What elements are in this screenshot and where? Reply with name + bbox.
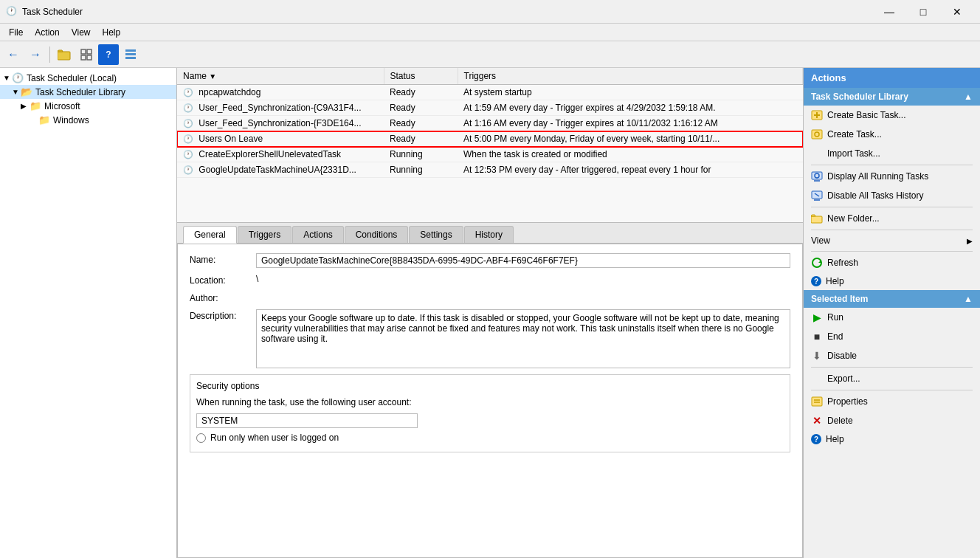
tree-label-windows: Windows [53, 115, 89, 125]
tab-conditions[interactable]: Conditions [345, 226, 409, 243]
action-section-selected[interactable]: Selected Item ▲ [804, 290, 980, 308]
task-status-cell: Ready [384, 100, 458, 116]
table-row[interactable]: 🕐 Users On Leave Ready At 5:00 PM every … [177, 131, 803, 147]
action-export[interactable]: Export... [804, 369, 980, 388]
table-row[interactable]: 🕐 User_Feed_Synchronization-{F3DE164... … [177, 116, 803, 131]
action-disable[interactable]: ⬇ Disable [804, 346, 980, 365]
table-row[interactable]: 🕐 npcapwatchdog Ready At system startup [177, 85, 803, 100]
field-row-author: Author: [190, 292, 790, 303]
field-row-name: Name: [190, 253, 790, 268]
windows-icon: 📁 [38, 114, 50, 125]
run-icon: ▶ [811, 311, 823, 323]
action-delete[interactable]: ✕ Delete [804, 411, 980, 430]
minimize-button[interactable]: — [872, 0, 906, 24]
tabs-bar: General Triggers Actions Conditions Sett… [177, 223, 803, 244]
location-label: Location: [190, 274, 256, 286]
task-triggers-cell: At 1:16 AM every day - Trigger expires a… [458, 116, 803, 131]
menu-file[interactable]: File [3, 26, 29, 39]
svg-rect-2 [87, 49, 92, 54]
tree-item-microsoft[interactable]: ▶ 📁 Microsoft [0, 99, 176, 113]
task-triggers-cell: At 5:00 PM every Monday, Friday of every… [458, 131, 803, 147]
description-label: Description: [190, 309, 256, 321]
task-name-value: User_Feed_Synchronization-{C9A31F4... [199, 103, 361, 113]
tab-history[interactable]: History [464, 226, 514, 243]
action-disable-label: Disable [827, 351, 857, 361]
tab-actions[interactable]: Actions [292, 226, 343, 243]
maximize-button[interactable]: □ [906, 0, 940, 24]
tab-general[interactable]: General [183, 226, 237, 244]
table-row[interactable]: 🕐 User_Feed_Synchronization-{C9A31F4... … [177, 100, 803, 116]
back-button[interactable]: ← [3, 44, 24, 65]
create-task-icon [811, 128, 823, 140]
radio-logged-on[interactable] [196, 433, 206, 443]
action-run[interactable]: ▶ Run [804, 308, 980, 327]
svg-rect-6 [125, 53, 136, 55]
action-help-selected[interactable]: ? Help [804, 430, 980, 448]
col-name[interactable]: Name ▼ [177, 68, 384, 85]
action-sep-3 [811, 230, 973, 230]
tree-item-local[interactable]: ▼ 🕐 Task Scheduler (Local) [0, 71, 176, 85]
action-properties[interactable]: Properties [804, 392, 980, 411]
task-name-cell: 🕐 npcapwatchdog [177, 85, 384, 100]
action-section-library-items: Create Basic Task... Create Task... Impo… [804, 106, 980, 290]
expand-icon-microsoft[interactable]: ▶ [21, 102, 30, 110]
help-button[interactable]: ? [98, 44, 119, 65]
task-status-cell: Ready [384, 85, 458, 100]
action-display-running[interactable]: Display All Running Tasks [804, 167, 980, 186]
grid-button[interactable] [76, 44, 97, 65]
tab-settings[interactable]: Settings [409, 226, 463, 243]
expand-icon-library[interactable]: ▼ [12, 88, 21, 96]
expand-icon-local[interactable]: ▼ [3, 74, 12, 82]
action-sep-2 [811, 207, 973, 207]
name-input[interactable] [256, 253, 790, 268]
action-import-task[interactable]: Import Task... [804, 144, 980, 163]
create-basic-icon [811, 109, 823, 121]
action-sep-1 [811, 165, 973, 165]
table-row[interactable]: 🕐 GoogleUpdateTaskMachineUA{2331D... Run… [177, 162, 803, 178]
forward-button[interactable]: → [25, 44, 46, 65]
task-row-icon: 🕐 [183, 88, 193, 97]
action-view[interactable]: View ▶ [804, 232, 980, 249]
task-name-cell: 🕐 User_Feed_Synchronization-{C9A31F4... [177, 100, 384, 116]
tab-triggers[interactable]: Triggers [238, 226, 292, 243]
action-end[interactable]: ■ End [804, 327, 980, 346]
tree-item-library[interactable]: ▼ 📂 Task Scheduler Library [0, 85, 176, 99]
task-name-value: CreateExplorerShellUnelevatedTask [199, 149, 341, 159]
task-scroll[interactable]: Name ▼ Status Triggers 🕐 npcapwatchdog R… [177, 68, 803, 222]
action-new-folder[interactable]: New Folder... [804, 209, 980, 228]
folder-button[interactable] [54, 44, 75, 65]
help-library-icon: ? [811, 276, 821, 286]
app-icon: 🕐 [6, 6, 18, 18]
task-triggers-cell: At 1:59 AM every day - Trigger expires a… [458, 100, 803, 116]
menu-help[interactable]: Help [97, 26, 127, 39]
action-export-label: Export... [827, 373, 860, 384]
menu-action[interactable]: Action [29, 26, 65, 39]
toolbar-sep-1 [49, 46, 50, 63]
action-sep-5 [811, 367, 973, 368]
svg-rect-1 [81, 49, 86, 54]
svg-rect-3 [81, 55, 86, 60]
svg-rect-0 [58, 52, 70, 60]
action-create-task[interactable]: Create Task... [804, 125, 980, 144]
description-textarea[interactable] [256, 309, 790, 368]
close-button[interactable]: ✕ [940, 0, 974, 24]
col-status[interactable]: Status [384, 68, 458, 85]
svg-rect-9 [812, 130, 822, 139]
table-row[interactable]: 🕐 CreateExplorerShellUnelevatedTask Runn… [177, 147, 803, 162]
view-button[interactable] [120, 44, 141, 65]
action-section-selected-label: Selected Item [811, 294, 868, 304]
display-running-icon [811, 170, 823, 182]
location-value: \ [256, 274, 790, 284]
action-refresh[interactable]: Refresh [804, 253, 980, 272]
tree-item-windows[interactable]: 📁 Windows [0, 113, 176, 127]
action-create-basic[interactable]: Create Basic Task... [804, 106, 980, 125]
action-help-library[interactable]: ? Help [804, 272, 980, 290]
security-user-input[interactable] [196, 413, 418, 428]
menu-view[interactable]: View [66, 26, 97, 39]
action-import-task-label: Import Task... [827, 148, 880, 159]
col-triggers[interactable]: Triggers [458, 68, 803, 85]
action-disable-history[interactable]: Disable All Tasks History [804, 186, 980, 205]
task-status-cell: Running [384, 147, 458, 162]
action-section-library[interactable]: Task Scheduler Library ▲ [804, 88, 980, 106]
action-create-basic-label: Create Basic Task... [827, 110, 906, 120]
